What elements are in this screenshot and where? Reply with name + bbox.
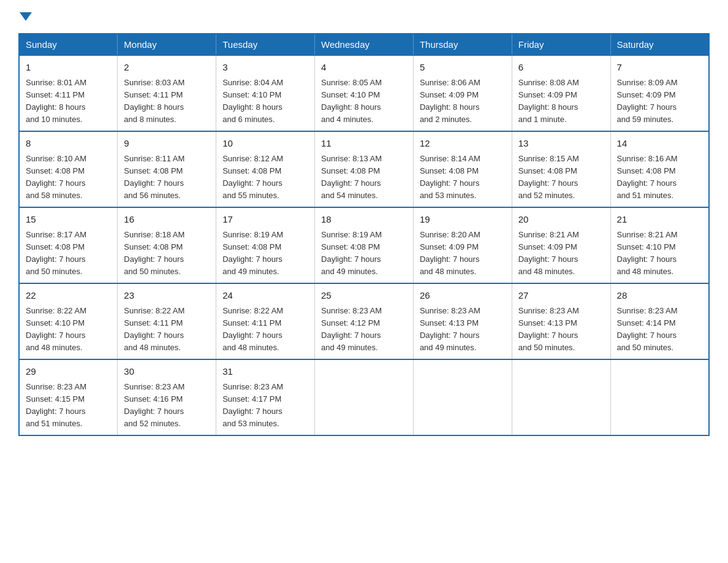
calendar-cell: 13 Sunrise: 8:15 AMSunset: 4:08 PMDaylig…: [512, 131, 610, 207]
calendar-cell: 12 Sunrise: 8:14 AMSunset: 4:08 PMDaylig…: [413, 131, 512, 207]
day-info: Sunrise: 8:13 AMSunset: 4:08 PMDaylight:…: [321, 153, 407, 202]
day-number: 24: [222, 289, 308, 303]
calendar-cell: 21 Sunrise: 8:21 AMSunset: 4:10 PMDaylig…: [610, 207, 709, 283]
day-info: Sunrise: 8:17 AMSunset: 4:08 PMDaylight:…: [26, 229, 111, 278]
calendar-cell: 16 Sunrise: 8:18 AMSunset: 4:08 PMDaylig…: [118, 207, 216, 283]
day-number: 23: [124, 289, 210, 303]
calendar-cell: 5 Sunrise: 8:06 AMSunset: 4:09 PMDayligh…: [413, 55, 512, 131]
day-info: Sunrise: 8:04 AMSunset: 4:10 PMDaylight:…: [222, 77, 308, 126]
calendar-cell: 15 Sunrise: 8:17 AMSunset: 4:08 PMDaylig…: [19, 207, 118, 283]
calendar-cell: 3 Sunrise: 8:04 AMSunset: 4:10 PMDayligh…: [216, 55, 315, 131]
day-number: 27: [518, 289, 604, 303]
day-info: Sunrise: 8:21 AMSunset: 4:10 PMDaylight:…: [617, 229, 702, 278]
day-info: Sunrise: 8:23 AMSunset: 4:14 PMDaylight:…: [617, 305, 702, 354]
day-number: 25: [321, 289, 407, 303]
calendar-cell: 8 Sunrise: 8:10 AMSunset: 4:08 PMDayligh…: [19, 131, 118, 207]
day-info: Sunrise: 8:11 AMSunset: 4:08 PMDaylight:…: [124, 153, 210, 202]
calendar-cell: 2 Sunrise: 8:03 AMSunset: 4:11 PMDayligh…: [118, 55, 216, 131]
day-number: 18: [321, 213, 407, 227]
day-number: 4: [321, 61, 407, 75]
day-number: 19: [420, 213, 506, 227]
column-header-monday: Monday: [118, 34, 216, 55]
calendar-cell: 9 Sunrise: 8:11 AMSunset: 4:08 PMDayligh…: [118, 131, 216, 207]
day-number: 2: [124, 61, 210, 75]
day-info: Sunrise: 8:20 AMSunset: 4:09 PMDaylight:…: [420, 229, 506, 278]
day-info: Sunrise: 8:23 AMSunset: 4:17 PMDaylight:…: [222, 381, 308, 431]
calendar-cell: 18 Sunrise: 8:19 AMSunset: 4:08 PMDaylig…: [315, 207, 414, 283]
calendar-week-row: 29 Sunrise: 8:23 AMSunset: 4:15 PMDaylig…: [19, 359, 709, 435]
day-number: 11: [321, 137, 407, 151]
calendar-cell: 26 Sunrise: 8:23 AMSunset: 4:13 PMDaylig…: [413, 283, 512, 359]
calendar-week-row: 8 Sunrise: 8:10 AMSunset: 4:08 PMDayligh…: [19, 131, 709, 207]
day-number: 13: [518, 137, 604, 151]
day-info: Sunrise: 8:21 AMSunset: 4:09 PMDaylight:…: [518, 229, 604, 278]
day-info: Sunrise: 8:23 AMSunset: 4:13 PMDaylight:…: [420, 305, 506, 354]
day-info: Sunrise: 8:12 AMSunset: 4:08 PMDaylight:…: [222, 153, 308, 202]
calendar-cell: 1 Sunrise: 8:01 AMSunset: 4:11 PMDayligh…: [19, 55, 118, 131]
day-number: 26: [420, 289, 506, 303]
day-number: 16: [124, 213, 210, 227]
day-number: 20: [518, 213, 604, 227]
calendar-week-row: 22 Sunrise: 8:22 AMSunset: 4:10 PMDaylig…: [19, 283, 709, 359]
calendar-cell: 11 Sunrise: 8:13 AMSunset: 4:08 PMDaylig…: [315, 131, 414, 207]
calendar-cell: 27 Sunrise: 8:23 AMSunset: 4:13 PMDaylig…: [512, 283, 610, 359]
calendar-cell: [610, 359, 709, 435]
day-number: 14: [617, 137, 702, 151]
day-info: Sunrise: 8:22 AMSunset: 4:11 PMDaylight:…: [222, 305, 308, 354]
column-header-wednesday: Wednesday: [315, 34, 414, 55]
day-number: 30: [124, 365, 210, 379]
calendar-cell: 7 Sunrise: 8:09 AMSunset: 4:09 PMDayligh…: [610, 55, 709, 131]
calendar-cell: 28 Sunrise: 8:23 AMSunset: 4:14 PMDaylig…: [610, 283, 709, 359]
day-number: 21: [617, 213, 702, 227]
calendar-header-row: SundayMondayTuesdayWednesdayThursdayFrid…: [19, 34, 709, 55]
day-info: Sunrise: 8:19 AMSunset: 4:08 PMDaylight:…: [321, 229, 407, 278]
calendar-cell: 4 Sunrise: 8:05 AMSunset: 4:10 PMDayligh…: [315, 55, 414, 131]
day-number: 8: [26, 137, 111, 151]
day-info: Sunrise: 8:03 AMSunset: 4:11 PMDaylight:…: [124, 77, 210, 126]
day-number: 29: [26, 365, 111, 379]
calendar-cell: 24 Sunrise: 8:22 AMSunset: 4:11 PMDaylig…: [216, 283, 315, 359]
page-header: [18, 12, 710, 21]
calendar-cell: 20 Sunrise: 8:21 AMSunset: 4:09 PMDaylig…: [512, 207, 610, 283]
calendar-cell: 17 Sunrise: 8:19 AMSunset: 4:08 PMDaylig…: [216, 207, 315, 283]
day-number: 31: [222, 365, 308, 379]
day-number: 17: [222, 213, 308, 227]
day-info: Sunrise: 8:09 AMSunset: 4:09 PMDaylight:…: [617, 77, 702, 126]
day-number: 10: [222, 137, 308, 151]
calendar-week-row: 15 Sunrise: 8:17 AMSunset: 4:08 PMDaylig…: [19, 207, 709, 283]
calendar-cell: [413, 359, 512, 435]
logo-arrow-icon: [20, 12, 32, 21]
day-info: Sunrise: 8:23 AMSunset: 4:13 PMDaylight:…: [518, 305, 604, 354]
day-info: Sunrise: 8:23 AMSunset: 4:12 PMDaylight:…: [321, 305, 407, 354]
column-header-thursday: Thursday: [413, 34, 512, 55]
day-info: Sunrise: 8:08 AMSunset: 4:09 PMDaylight:…: [518, 77, 604, 126]
day-number: 1: [26, 61, 111, 75]
calendar-cell: 6 Sunrise: 8:08 AMSunset: 4:09 PMDayligh…: [512, 55, 610, 131]
calendar-cell: 14 Sunrise: 8:16 AMSunset: 4:08 PMDaylig…: [610, 131, 709, 207]
day-number: 28: [617, 289, 702, 303]
calendar-cell: 25 Sunrise: 8:23 AMSunset: 4:12 PMDaylig…: [315, 283, 414, 359]
calendar-cell: [512, 359, 610, 435]
calendar-week-row: 1 Sunrise: 8:01 AMSunset: 4:11 PMDayligh…: [19, 55, 709, 131]
day-info: Sunrise: 8:23 AMSunset: 4:15 PMDaylight:…: [26, 381, 111, 431]
column-header-sunday: Sunday: [19, 34, 118, 55]
column-header-friday: Friday: [512, 34, 610, 55]
calendar-cell: 30 Sunrise: 8:23 AMSunset: 4:16 PMDaylig…: [118, 359, 216, 435]
calendar-cell: [315, 359, 414, 435]
day-info: Sunrise: 8:19 AMSunset: 4:08 PMDaylight:…: [222, 229, 308, 278]
calendar-cell: 23 Sunrise: 8:22 AMSunset: 4:11 PMDaylig…: [118, 283, 216, 359]
calendar-table: SundayMondayTuesdayWednesdayThursdayFrid…: [18, 33, 710, 436]
day-info: Sunrise: 8:16 AMSunset: 4:08 PMDaylight:…: [617, 153, 702, 202]
day-info: Sunrise: 8:23 AMSunset: 4:16 PMDaylight:…: [124, 381, 210, 431]
day-info: Sunrise: 8:10 AMSunset: 4:08 PMDaylight:…: [26, 153, 111, 202]
day-number: 22: [26, 289, 111, 303]
day-info: Sunrise: 8:22 AMSunset: 4:11 PMDaylight:…: [124, 305, 210, 354]
logo: [18, 12, 33, 21]
calendar-cell: 19 Sunrise: 8:20 AMSunset: 4:09 PMDaylig…: [413, 207, 512, 283]
day-number: 9: [124, 137, 210, 151]
day-info: Sunrise: 8:15 AMSunset: 4:08 PMDaylight:…: [518, 153, 604, 202]
day-info: Sunrise: 8:18 AMSunset: 4:08 PMDaylight:…: [124, 229, 210, 278]
day-info: Sunrise: 8:06 AMSunset: 4:09 PMDaylight:…: [420, 77, 506, 126]
day-number: 6: [518, 61, 604, 75]
day-number: 7: [617, 61, 702, 75]
